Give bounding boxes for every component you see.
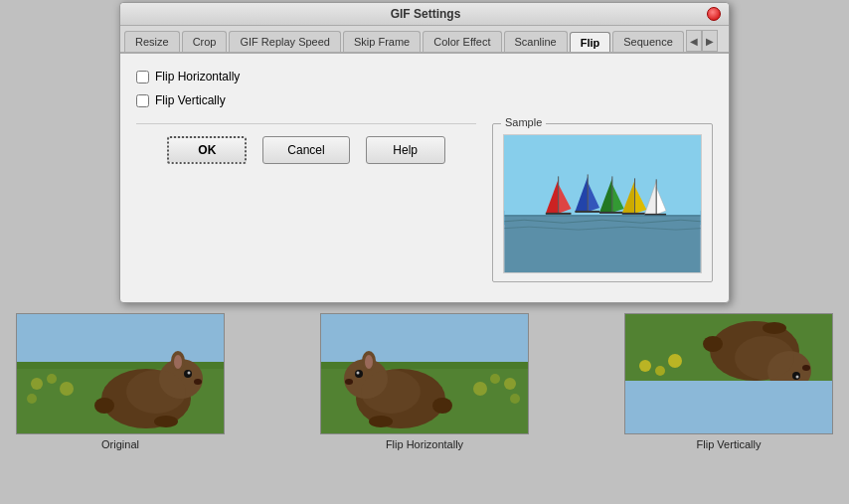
button-row: OK Cancel Help <box>136 123 476 172</box>
tab-crop[interactable]: Crop <box>182 31 228 52</box>
thumb-flip-h-label: Flip Horizontally <box>386 438 463 450</box>
svg-point-54 <box>361 370 421 414</box>
tab-flip[interactable]: Flip <box>570 32 611 53</box>
flip-vertical-label: Flip Vertically <box>155 93 226 107</box>
svg-point-69 <box>735 336 794 380</box>
svg-point-37 <box>126 370 186 414</box>
tab-bar: Resize Crop GIF Replay Speed Skip Frame … <box>120 26 729 54</box>
svg-point-34 <box>194 379 202 385</box>
thumbnails-section: Original <box>0 305 849 458</box>
help-button[interactable]: Help <box>366 136 445 164</box>
flip-horizontal-label: Flip Horizontally <box>155 70 240 84</box>
title-bar: GIF Settings <box>120 3 729 26</box>
svg-point-53 <box>365 355 373 369</box>
svg-point-36 <box>174 355 182 369</box>
thumb-flip-v-image <box>624 313 833 434</box>
sample-image <box>503 134 702 273</box>
svg-point-61 <box>668 354 682 368</box>
close-button[interactable] <box>707 7 721 21</box>
dialog-title: GIF Settings <box>144 7 707 21</box>
svg-point-39 <box>94 398 114 414</box>
tab-skip-frame[interactable]: Skip Frame <box>343 31 421 52</box>
sample-label: Sample <box>501 116 546 128</box>
thumb-original-image <box>16 313 225 434</box>
svg-rect-72 <box>625 381 833 434</box>
svg-point-60 <box>655 366 665 376</box>
ok-button[interactable]: OK <box>167 136 247 164</box>
svg-point-51 <box>345 379 353 385</box>
svg-point-56 <box>432 398 452 414</box>
svg-point-71 <box>703 336 723 352</box>
svg-point-59 <box>639 360 651 372</box>
tab-gif-replay-speed[interactable]: GIF Replay Speed <box>229 31 341 52</box>
svg-rect-23 <box>17 314 225 369</box>
thumb-flip-v-label: Flip Vertically <box>697 438 762 450</box>
svg-point-50 <box>357 372 360 375</box>
thumb-flip-h: Flip Horizontally <box>320 313 529 450</box>
thumb-flip-h-image <box>320 313 529 434</box>
svg-rect-1 <box>504 216 700 272</box>
tab-color-effect[interactable]: Color Effect <box>423 31 501 52</box>
svg-point-70 <box>763 322 786 334</box>
svg-point-65 <box>796 376 799 379</box>
flip-horizontal-checkbox[interactable] <box>136 71 149 84</box>
sample-group: Sample <box>492 123 713 282</box>
svg-point-66 <box>802 365 810 371</box>
svg-rect-40 <box>321 314 529 369</box>
tab-resize[interactable]: Resize <box>124 31 180 52</box>
thumb-original: Original <box>16 313 225 450</box>
tab-scanline[interactable]: Scanline <box>504 31 568 52</box>
svg-point-33 <box>188 372 191 375</box>
thumb-original-label: Original <box>101 438 139 450</box>
svg-point-55 <box>369 416 393 427</box>
cancel-button[interactable]: Cancel <box>262 136 349 164</box>
flip-horizontal-checkbox-row[interactable]: Flip Horizontally <box>136 70 713 84</box>
flip-vertical-checkbox[interactable] <box>136 94 149 107</box>
thumb-flip-v: Flip Vertically <box>624 313 833 450</box>
tab-sequence[interactable]: Sequence <box>612 31 684 52</box>
tab-scroll-left[interactable]: ◀ <box>686 30 702 52</box>
checkbox-group: Flip Horizontally Flip Vertically <box>136 70 713 107</box>
dialog-content: Flip Horizontally Flip Vertically Sample <box>120 54 729 302</box>
flip-vertical-checkbox-row[interactable]: Flip Vertically <box>136 93 713 107</box>
tab-scroll-right[interactable]: ▶ <box>702 30 718 52</box>
svg-point-38 <box>154 416 178 427</box>
